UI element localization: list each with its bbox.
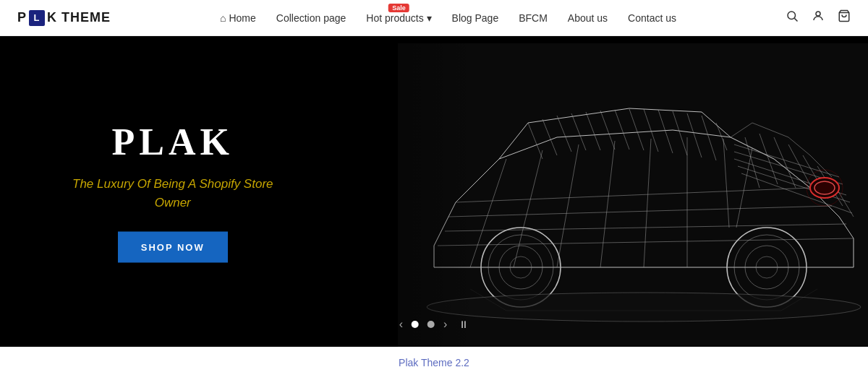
nav-item-hot-products[interactable]: Sale Hot products ▾: [366, 12, 431, 24]
header: P L K THEME Home Collection page Sale Ho…: [0, 0, 868, 36]
sale-badge: Sale: [388, 4, 409, 12]
svg-point-52: [814, 181, 835, 194]
hero-title: PLAK: [72, 121, 273, 163]
slider-dot-2[interactable]: [427, 321, 435, 328]
dropdown-arrow-icon: ▾: [427, 12, 432, 24]
svg-point-0: [788, 12, 796, 20]
account-icon[interactable]: [812, 9, 825, 26]
header-icons: [786, 9, 851, 26]
nav-item-blog[interactable]: Blog Page: [452, 12, 499, 24]
cart-icon[interactable]: [838, 9, 851, 26]
nav-item-collection[interactable]: Collection page: [276, 12, 346, 24]
nav-item-home[interactable]: Home: [220, 12, 256, 24]
slider-controls: ‹ › ⏸: [399, 318, 469, 331]
shop-now-button[interactable]: SHOP NOW: [118, 232, 228, 263]
footer-theme-label: Plak Theme 2.2: [0, 347, 868, 367]
slider-dot-1[interactable]: [412, 321, 419, 328]
hero-content: PLAK The Luxury Of Being A Shopify Store…: [72, 121, 273, 263]
logo-text-rest: K THEME: [47, 10, 111, 25]
main-nav: Home Collection page Sale Hot products ▾…: [220, 12, 676, 24]
nav-item-about[interactable]: About us: [568, 12, 608, 24]
hero-subtitle: The Luxury Of Being A Shopify Store Owne…: [72, 175, 273, 212]
nav-item-bfcm[interactable]: BFCM: [519, 12, 548, 24]
logo-icon: L: [29, 10, 45, 26]
hero-banner: PLAK The Luxury Of Being A Shopify Store…: [0, 36, 868, 347]
search-icon[interactable]: [786, 9, 799, 26]
logo-text-p: P: [17, 10, 27, 25]
svg-line-1: [794, 18, 797, 21]
nav-item-contact[interactable]: Contact us: [628, 12, 676, 24]
slider-pause-button[interactable]: ⏸: [459, 319, 469, 330]
logo[interactable]: P L K THEME: [17, 10, 111, 26]
svg-point-54: [427, 293, 861, 321]
slider-prev-arrow[interactable]: ‹: [399, 318, 403, 331]
slider-next-arrow[interactable]: ›: [443, 318, 447, 331]
svg-point-2: [816, 12, 820, 16]
hot-products-label: Hot products: [366, 12, 423, 24]
footer: Plak Theme 2.2: [0, 347, 868, 367]
